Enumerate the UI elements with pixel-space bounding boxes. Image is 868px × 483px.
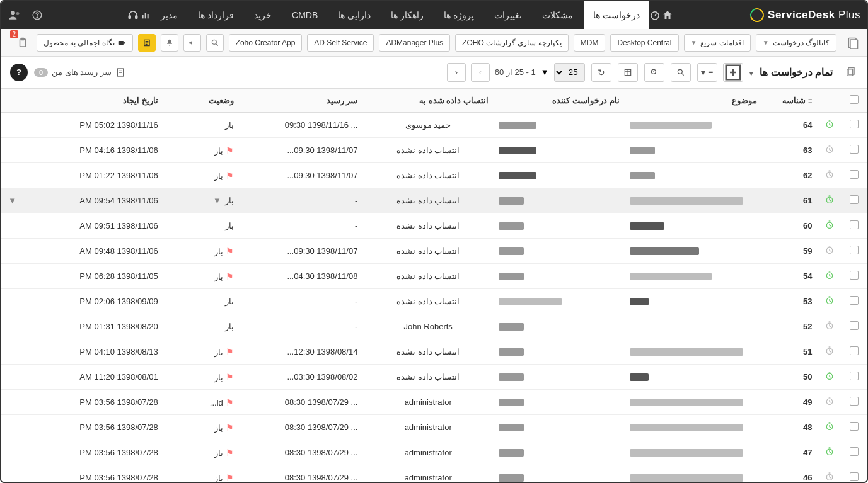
topnav-item[interactable]: درخواست ها [584,1,649,29]
cell-expand [1,465,25,482]
user-icon[interactable] [8,8,21,22]
select-all-checkbox[interactable] [850,95,859,104]
row-checkbox[interactable] [850,321,859,330]
product-overview-button[interactable]: نگاه اجمالی به محصول [37,34,133,52]
integration-chip[interactable]: Desktop Central [610,34,678,52]
row-checkbox[interactable] [850,145,859,154]
svg-rect-4 [129,16,130,19]
cell-assigned: انتساب داده نشده [362,289,494,314]
topnav-item[interactable]: خرید [245,1,281,29]
notes-icon[interactable] [138,34,156,52]
table-scroll[interactable]: شناسه موضوع نام درخواست کننده انتساب داد… [1,88,867,482]
row-checkbox[interactable] [850,472,859,481]
list-view-button[interactable]: ≡ ▾ [697,63,717,82]
row-checkbox[interactable] [850,346,859,355]
prev-page-button[interactable]: › [471,63,490,82]
bell-icon[interactable] [161,34,178,52]
table-row[interactable]: 60انتساب داده نشده-بازAM 09:51 1398/11/0… [1,213,867,239]
table-row[interactable]: 50انتساب داده نشده...03:30 1398/08/02⚑با… [1,365,867,390]
row-checkbox[interactable] [850,120,859,128]
per-page-caret: ▼ [541,67,549,77]
table-row[interactable]: 62انتساب داده نشده...09:30 1398/11/07⚑با… [1,163,867,188]
integration-chip[interactable]: ADManager Plus [379,34,450,52]
row-checkbox[interactable] [850,271,859,280]
table-row[interactable]: 61انتساب داده نشده-باز▼AM 09:54 1398/11/… [1,188,867,213]
home-icon[interactable] [661,9,674,21]
cell-due: ...09:30 1398/11/07 [239,239,363,264]
next-page-button[interactable]: ‹ [447,63,466,82]
dashboard-icon[interactable] [649,9,661,21]
th-status[interactable]: وضعیت [163,89,239,113]
sla-icon [825,169,835,179]
search-button[interactable] [671,63,691,82]
announce-icon[interactable] [183,34,201,52]
new-button[interactable] [723,63,743,82]
topnav-item[interactable]: مشکلات [533,1,582,29]
reports-icon[interactable] [139,9,152,21]
svg-rect-22 [625,69,630,75]
integration-chip[interactable]: AD Self Service [307,34,374,52]
chevron-down-icon[interactable]: ▼ [8,196,16,205]
row-checkbox[interactable] [850,195,859,204]
row-checkbox[interactable] [850,397,859,406]
th-due[interactable]: سر رسید [239,89,363,113]
clipboard-badge[interactable]: 2 [14,34,32,52]
topnav-item[interactable]: CMDB [283,1,327,29]
table-row[interactable]: 49administrator08:30 1398/07/29 ...⚑ld..… [1,390,867,415]
templates-icon[interactable] [845,35,860,50]
topnav-item[interactable]: پروژه ها [435,1,483,29]
th-subject[interactable]: موضوع [625,89,762,113]
cell-created: PM 01:22 1398/11/06 [25,163,163,188]
table-row[interactable]: 54انتساب داده نشده...04:30 1398/11/08⚑با… [1,264,867,289]
row-checkbox[interactable] [850,220,859,229]
catalog-dropdown[interactable]: کاتالوگ درخواست ▼ [756,34,836,52]
my-approvals[interactable]: سر رسید های من 0 [34,67,125,77]
copy-icon[interactable] [843,65,858,80]
table-row[interactable]: 52John Roberts-بازPM 01:31 1398/08/20 [1,314,867,339]
table-row[interactable]: 46administrator08:30 1398/07/29 ...⚑بازP… [1,465,867,482]
integration-chip[interactable]: یکپارچه سازی گزارشات ZOHO [455,34,569,52]
quick-actions-dropdown[interactable]: اقدامات سریع ▼ [684,34,751,52]
my-approvals-label: سر رسید های من [52,67,112,77]
cell-requester [494,264,625,289]
integration-chip[interactable]: MDM [574,34,606,52]
th-requester[interactable]: نام درخواست کننده [494,89,625,113]
table-row[interactable]: 63انتساب داده نشده...09:30 1398/11/07⚑با… [1,138,867,163]
topnav-item[interactable]: مدیر [152,1,187,29]
refresh-button[interactable]: ↻ [591,63,611,82]
row-checkbox[interactable] [850,372,859,380]
row-checkbox[interactable] [850,170,859,179]
per-page-select[interactable]: 25 [554,63,585,82]
row-checkbox[interactable] [850,422,859,431]
row-checkbox[interactable] [850,296,859,305]
table-row[interactable]: 53انتساب داده نشده-بازPM 02:06 1398/09/0… [1,289,867,314]
table-row[interactable]: 64حمید موسوی09:30 1398/11/16 ...بازPM 05… [1,113,867,138]
cell-expand [1,113,25,138]
cell-created: PM 03:56 1398/07/28 [25,440,163,465]
integration-chip[interactable]: Zoho Creator App [229,34,303,52]
table-row[interactable]: 51انتساب داده نشده...12:30 1398/08/14⚑با… [1,339,867,365]
table-row[interactable]: 48administrator08:30 1398/07/29 ...⚑بازP… [1,415,867,440]
topnav-item[interactable]: قرارداد ها [189,1,243,29]
columns-button[interactable] [618,63,638,82]
topnav-item[interactable]: تغییرات [485,1,531,29]
filter-button[interactable] [644,63,664,82]
search-all-icon[interactable] [206,34,224,52]
th-created[interactable]: تاریخ ایجاد [25,89,163,113]
topnav-item[interactable]: راهکار ها [382,1,432,29]
view-selector[interactable]: تمام درخواست ها [749,66,833,78]
headset-icon[interactable] [127,9,139,21]
row-caret-icon[interactable]: ▼ [213,196,221,205]
row-checkbox[interactable] [850,447,859,456]
cell-created: PM 04:16 1398/11/06 [25,138,163,163]
help-icon[interactable] [30,8,44,22]
help-button[interactable]: ? [10,64,28,81]
topnav-item[interactable]: دارایی ها [329,1,379,29]
cell-requester [494,239,625,264]
th-assigned[interactable]: انتساب داده شده به [362,89,494,113]
cell-status: ⚑باز [163,465,239,482]
th-id[interactable]: شناسه [762,89,817,113]
table-row[interactable]: 59انتساب داده نشده...09:30 1398/11/07⚑با… [1,239,867,264]
table-row[interactable]: 47administrator08:30 1398/07/29 ...⚑بازP… [1,440,867,465]
row-checkbox[interactable] [850,246,859,254]
